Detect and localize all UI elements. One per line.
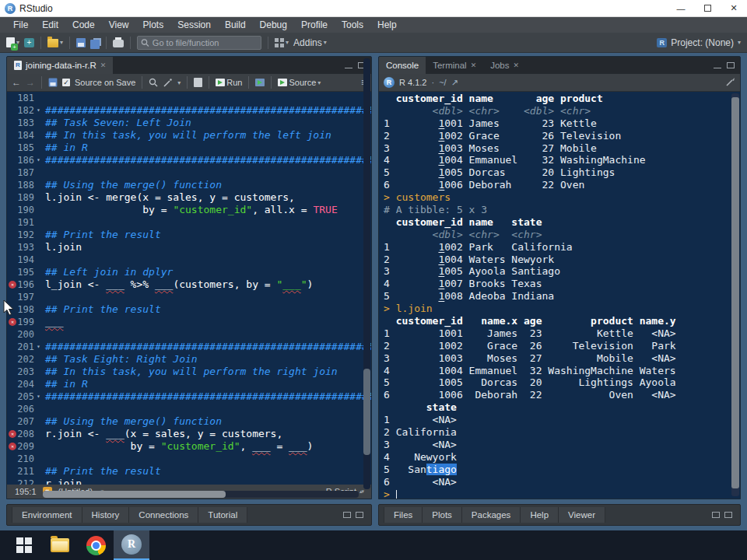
- clear-console-icon[interactable]: [724, 77, 735, 88]
- editor-line-195[interactable]: 195## Left join in dplyr: [7, 266, 371, 278]
- goto-file-search[interactable]: [137, 36, 261, 50]
- close-tab-icon[interactable]: ✕: [100, 61, 107, 69]
- menu-build[interactable]: Build: [218, 17, 253, 33]
- open-directory-icon[interactable]: ↗: [451, 78, 458, 88]
- minimize-button[interactable]: —: [668, 0, 694, 16]
- menu-profile[interactable]: Profile: [294, 17, 335, 33]
- editor-line-191[interactable]: 191: [7, 216, 371, 229]
- editor-line-183[interactable]: 183## Task Seven: Left Join: [7, 117, 371, 129]
- tab-viewer[interactable]: Viewer: [559, 507, 605, 523]
- editor-line-193[interactable]: 193l.join: [7, 241, 371, 254]
- rerun-icon[interactable]: [255, 79, 265, 86]
- editor-line-208[interactable]: ✕208r.join <- ___(x = sales, y = custome…: [7, 428, 371, 440]
- maximize-pane-icon[interactable]: [727, 62, 735, 68]
- print-button[interactable]: [113, 37, 124, 47]
- console-vscroll-thumb[interactable]: [731, 97, 739, 488]
- chrome-button[interactable]: [78, 530, 114, 560]
- editor-line-181[interactable]: 181: [7, 92, 371, 104]
- tab-jobs[interactable]: Jobs✕: [483, 57, 526, 74]
- menu-edit[interactable]: Edit: [35, 17, 65, 33]
- editor-save-icon[interactable]: [49, 79, 58, 87]
- open-file-button[interactable]: ▾: [47, 37, 63, 47]
- editor-line-204[interactable]: 204## in R: [7, 378, 371, 390]
- vscroll-thumb[interactable]: [363, 369, 370, 455]
- editor-line-200[interactable]: 200: [7, 328, 371, 341]
- restore-pane-icon[interactable]: [343, 512, 351, 518]
- fold-caret-icon[interactable]: ▾: [34, 154, 43, 166]
- editor-line-203[interactable]: 203## In this task, you will perform the…: [7, 366, 371, 378]
- tab-connections[interactable]: Connections: [129, 507, 198, 523]
- run-button[interactable]: Run: [216, 78, 242, 87]
- source-on-save-checkbox[interactable]: ✓: [62, 79, 70, 86]
- pane-layout-button[interactable]: ▾: [275, 38, 289, 47]
- menu-help[interactable]: Help: [370, 17, 404, 33]
- tab-files[interactable]: Files: [384, 507, 423, 523]
- console-output[interactable]: customer_id name age product <dbl> <chr>…: [379, 92, 740, 499]
- new-file-button[interactable]: ▾: [6, 37, 19, 47]
- editor-line-185[interactable]: 185## in R: [7, 142, 371, 154]
- editor-line-201[interactable]: 201▾####################################…: [7, 341, 371, 353]
- source-button[interactable]: Source▾: [278, 78, 321, 87]
- fold-caret-icon[interactable]: ▾: [34, 104, 43, 117]
- back-icon[interactable]: ←: [12, 77, 21, 88]
- code-tools-icon[interactable]: [163, 78, 173, 88]
- tab-source-file[interactable]: R joining-data-in-r.R ✕: [7, 57, 113, 74]
- editor-line-210[interactable]: 210: [7, 453, 371, 465]
- editor-line-188[interactable]: 188## Using the merge() function: [7, 179, 371, 191]
- addins-button[interactable]: Addins▾: [293, 37, 327, 48]
- minimize-pane-icon[interactable]: [714, 68, 721, 68]
- maximize-pane-icon[interactable]: [356, 512, 363, 518]
- menu-file[interactable]: File: [6, 17, 35, 33]
- hscroll-thumb[interactable]: [43, 491, 226, 498]
- editor-line-182[interactable]: 182▾####################################…: [7, 104, 371, 117]
- save-all-button[interactable]: [90, 38, 100, 47]
- editor-vscrollbar[interactable]: [363, 58, 370, 489]
- code-editor[interactable]: 181182▾#################################…: [7, 92, 371, 485]
- close-button[interactable]: ✕: [721, 0, 747, 16]
- editor-line-198[interactable]: 198## Print the result: [7, 303, 371, 316]
- tab-packages[interactable]: Packages: [462, 507, 521, 523]
- close-tab-icon[interactable]: ✕: [471, 61, 477, 69]
- forward-icon[interactable]: →: [26, 77, 35, 88]
- tab-plots[interactable]: Plots: [423, 507, 462, 523]
- new-project-button[interactable]: +: [24, 38, 34, 47]
- editor-line-196[interactable]: ✕196l_join <- ___ %>% ___(customers, by …: [7, 278, 371, 291]
- goto-file-input[interactable]: [153, 38, 258, 47]
- fold-caret-icon[interactable]: ▾: [34, 341, 43, 353]
- editor-line-211[interactable]: 211## Print the result: [7, 465, 371, 478]
- editor-line-186[interactable]: 186▾####################################…: [7, 154, 371, 166]
- close-tab-icon[interactable]: ✕: [514, 61, 520, 69]
- menu-tools[interactable]: Tools: [335, 17, 370, 33]
- maximize-button[interactable]: [694, 0, 721, 16]
- editor-line-192[interactable]: 192## Print the result: [7, 229, 371, 241]
- maximize-pane-icon[interactable]: [724, 512, 732, 518]
- editor-line-199[interactable]: ✕199___: [7, 316, 371, 328]
- editor-line-189[interactable]: 189l.join <- merge(x = sales, y = custom…: [7, 191, 371, 204]
- tab-help[interactable]: Help: [521, 507, 559, 523]
- menu-session[interactable]: Session: [170, 17, 218, 33]
- editor-line-207[interactable]: 207## Using the merge() function: [7, 415, 371, 428]
- tab-environment[interactable]: Environment: [12, 507, 82, 523]
- editor-line-205[interactable]: 205▾####################################…: [7, 390, 371, 403]
- file-explorer-button[interactable]: [42, 530, 78, 560]
- fold-caret-icon[interactable]: ▾: [34, 390, 43, 403]
- editor-line-184[interactable]: 184## In this task, you will perform the…: [7, 129, 371, 142]
- find-icon[interactable]: [149, 78, 158, 87]
- start-button[interactable]: [6, 530, 42, 560]
- minimize-pane-icon[interactable]: [345, 68, 352, 68]
- editor-line-197[interactable]: 197: [7, 291, 371, 303]
- save-button[interactable]: [76, 38, 86, 47]
- editor-line-202[interactable]: 202## Task Eight: Right Join: [7, 353, 371, 366]
- editor-line-190[interactable]: 190 by = "customer_id", all.x = TRUE: [7, 204, 371, 216]
- editor-hscrollbar[interactable]: [43, 491, 359, 498]
- tab-console[interactable]: Console: [379, 57, 426, 74]
- editor-line-187[interactable]: 187: [7, 166, 371, 179]
- editor-line-209[interactable]: ✕209 by = "customer_id", ___ = ___): [7, 440, 371, 453]
- editor-line-206[interactable]: 206: [7, 403, 371, 415]
- tab-tutorial[interactable]: Tutorial: [198, 507, 247, 523]
- menu-plots[interactable]: Plots: [136, 17, 171, 33]
- menu-view[interactable]: View: [102, 17, 136, 33]
- project-menu[interactable]: R Project: (None) ▾: [657, 37, 741, 48]
- tab-terminal[interactable]: Terminal✕: [426, 57, 483, 74]
- rstudio-taskbar-button[interactable]: R: [114, 530, 149, 560]
